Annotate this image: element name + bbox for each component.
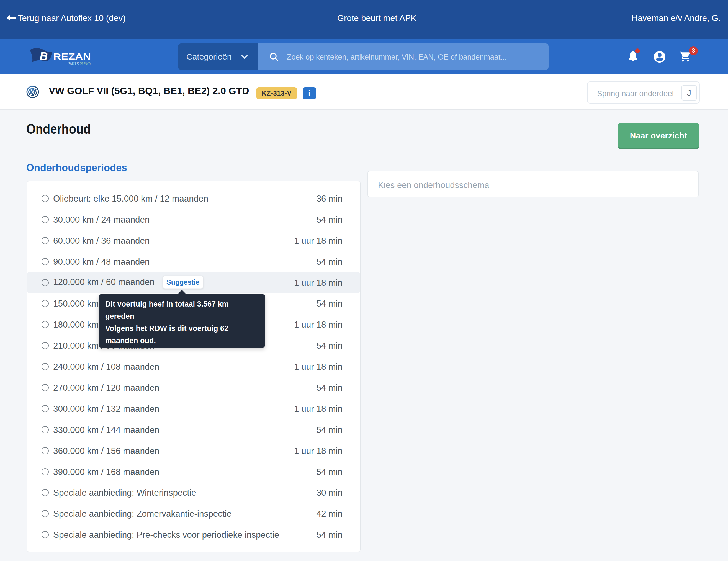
svg-text:360: 360 — [80, 61, 91, 66]
svg-text:PARTS: PARTS — [68, 61, 79, 66]
svg-text:B: B — [40, 50, 48, 63]
svg-text:REZAN: REZAN — [53, 52, 91, 61]
